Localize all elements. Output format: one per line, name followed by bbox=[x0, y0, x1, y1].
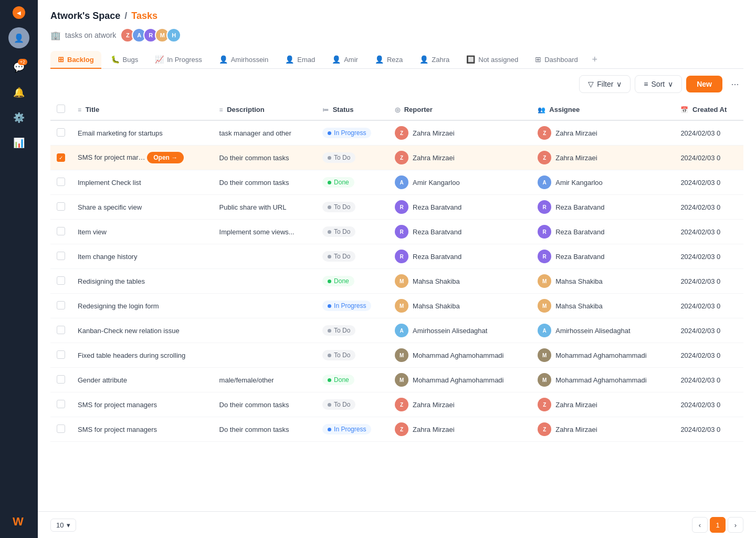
more-options-button[interactable]: ··· bbox=[727, 76, 743, 92]
title-cell: SMS for project mar… Open → bbox=[71, 146, 213, 170]
status-dot-icon bbox=[328, 280, 331, 283]
prev-page-button[interactable]: ‹ bbox=[692, 517, 708, 533]
assignee-cell: A Amir Kangarloo bbox=[531, 170, 674, 195]
reporter-user: Z Zahra Mirzaei bbox=[395, 151, 525, 164]
reporter-avatar: M bbox=[395, 274, 408, 288]
row-checkbox[interactable] bbox=[57, 128, 65, 137]
reporter-cell: R Reza Baratvand bbox=[388, 244, 531, 269]
next-page-button[interactable]: › bbox=[728, 517, 743, 533]
tab-emad[interactable]: 👤 Emad bbox=[278, 51, 322, 69]
assignee-name: Zahra Mirzaei bbox=[555, 401, 597, 409]
row-checkbox[interactable] bbox=[57, 227, 65, 235]
row-checkbox[interactable] bbox=[57, 276, 65, 285]
row-checkbox[interactable] bbox=[57, 301, 65, 309]
tab-amir[interactable]: 👤 Amir bbox=[324, 51, 365, 69]
row-title: Share a specific view bbox=[78, 203, 142, 211]
main-content: Atwork's Space / Tasks 🏢 tasks on atwork… bbox=[38, 0, 756, 538]
settings-icon-button[interactable]: ⚙️ bbox=[8, 107, 29, 128]
row-checkbox[interactable] bbox=[57, 400, 65, 408]
created-cell: 2024/02/03 0 bbox=[674, 343, 743, 368]
row-select-cell[interactable]: ✓ bbox=[50, 146, 71, 170]
table-row: Kanban-Check new relation issue To Do A … bbox=[50, 318, 743, 343]
row-select-cell[interactable] bbox=[50, 368, 71, 392]
created-date: 2024/02/03 0 bbox=[680, 228, 720, 236]
tab-zahra[interactable]: 👤 Zahra bbox=[412, 51, 457, 69]
new-button[interactable]: New bbox=[686, 76, 722, 92]
status-cell: Done bbox=[316, 368, 388, 392]
bell-icon-button[interactable]: 🔔 bbox=[8, 82, 29, 103]
reporter-cell: R Reza Baratvand bbox=[388, 195, 531, 220]
filter-chevron-icon: ∨ bbox=[616, 80, 622, 88]
add-tab-button[interactable]: + bbox=[587, 53, 602, 67]
reporter-avatar: R bbox=[395, 250, 408, 263]
sidebar-collapse-button[interactable]: ◀ bbox=[13, 6, 25, 19]
dashboard-tab-icon: ⊞ bbox=[535, 55, 541, 64]
created-cell: 2024/02/03 0 bbox=[674, 269, 743, 294]
tab-in-progress[interactable]: 📈 In Progress bbox=[148, 51, 209, 69]
row-checkbox[interactable] bbox=[57, 425, 65, 433]
reporter-cell: M Mohammad Aghamohammadi bbox=[388, 343, 531, 368]
row-checkbox[interactable] bbox=[57, 252, 65, 260]
tab-zahra-label: Zahra bbox=[432, 56, 449, 64]
tab-amirhossein-label: Amirhossein bbox=[231, 56, 269, 64]
tab-amir-label: Amir bbox=[344, 56, 358, 64]
per-page-selector[interactable]: 10 ▾ bbox=[50, 519, 76, 532]
row-checkbox[interactable] bbox=[57, 350, 65, 359]
assignee-user: A Amirhossein Alisedaghat bbox=[538, 324, 668, 337]
row-title: Email marketing for startups bbox=[78, 129, 163, 137]
row-select-cell[interactable] bbox=[50, 343, 71, 368]
tab-not-assigned[interactable]: 🔲 Not assigned bbox=[459, 51, 526, 69]
tab-bugs[interactable]: 🐛 Bugs bbox=[103, 51, 146, 69]
tab-backlog[interactable]: ⊞ Backlog bbox=[50, 51, 101, 69]
row-select-cell[interactable] bbox=[50, 120, 71, 146]
tab-reza[interactable]: 👤 Reza bbox=[368, 51, 410, 69]
assignee-user: M Mahsa Shakiba bbox=[538, 299, 668, 313]
created-cell: 2024/02/03 0 bbox=[674, 170, 743, 195]
select-all-header[interactable] bbox=[50, 99, 71, 120]
assignee-name: Amirhossein Alisedaghat bbox=[555, 327, 630, 335]
chat-icon-button[interactable]: 💬 +2 bbox=[8, 57, 29, 78]
row-select-cell[interactable] bbox=[50, 392, 71, 417]
assignee-avatar: M bbox=[538, 373, 551, 387]
row-select-cell[interactable] bbox=[50, 220, 71, 244]
row-checkbox[interactable] bbox=[57, 375, 65, 384]
row-select-cell[interactable] bbox=[50, 417, 71, 442]
tab-amirhossein[interactable]: 👤 Amirhossein bbox=[212, 51, 276, 69]
assignee-user: R Reza Baratvand bbox=[538, 200, 668, 214]
reporter-name: Reza Baratvand bbox=[413, 228, 461, 236]
tab-dashboard[interactable]: ⊞ Dashboard bbox=[528, 51, 585, 69]
page-1-button[interactable]: 1 bbox=[710, 517, 726, 533]
status-cell: To Do bbox=[316, 244, 388, 269]
row-select-cell[interactable] bbox=[50, 170, 71, 195]
assignee-cell: M Mohammad Aghamohammadi bbox=[531, 368, 674, 392]
select-all-checkbox[interactable] bbox=[57, 105, 65, 113]
title-cell: Item change history bbox=[71, 244, 213, 269]
status-label: Done bbox=[334, 277, 349, 285]
status-cell: In Progress bbox=[316, 120, 388, 146]
table-row: SMS for project managers Do their common… bbox=[50, 392, 743, 417]
reporter-avatar: M bbox=[395, 373, 408, 387]
status-label: To Do bbox=[334, 228, 350, 235]
status-cell: Done bbox=[316, 170, 388, 195]
open-button[interactable]: Open → bbox=[147, 152, 184, 163]
status-badge: In Progress bbox=[322, 128, 371, 138]
row-checkbox[interactable]: ✓ bbox=[57, 153, 65, 162]
row-checkbox[interactable] bbox=[57, 326, 65, 334]
row-checkbox[interactable] bbox=[57, 202, 65, 211]
sort-button[interactable]: ≡ Sort ∨ bbox=[635, 75, 682, 93]
status-header: ≔ Status bbox=[316, 99, 388, 120]
avatar[interactable]: 👤 bbox=[8, 27, 29, 48]
title-cell: Fixed table headers during scrolling bbox=[71, 343, 213, 368]
row-checkbox[interactable] bbox=[57, 178, 65, 186]
status-badge: Done bbox=[322, 276, 354, 286]
assignee-name: Reza Baratvand bbox=[555, 253, 604, 261]
analytics-icon-button[interactable]: 📊 bbox=[8, 132, 29, 153]
filter-icon: ▽ bbox=[588, 80, 594, 88]
row-select-cell[interactable] bbox=[50, 195, 71, 220]
row-select-cell[interactable] bbox=[50, 294, 71, 318]
row-select-cell[interactable] bbox=[50, 269, 71, 294]
row-select-cell[interactable] bbox=[50, 318, 71, 343]
row-select-cell[interactable] bbox=[50, 244, 71, 269]
filter-button[interactable]: ▽ Filter ∨ bbox=[579, 75, 631, 93]
table-header: ≡ Title ≡ Description ≔ Status ◎ Reporte… bbox=[50, 99, 743, 120]
